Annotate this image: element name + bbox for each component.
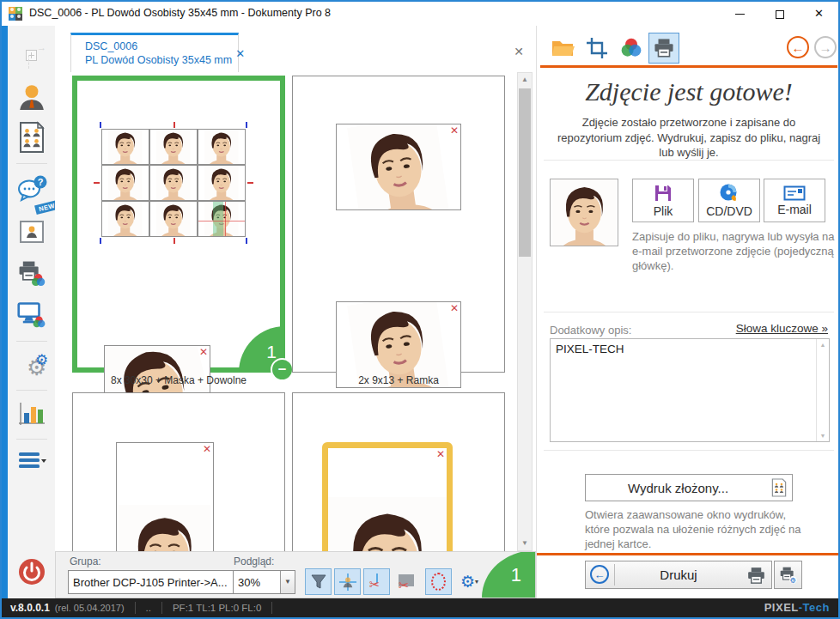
print-mode-button[interactable]	[648, 33, 679, 64]
cut-enabled-button[interactable]: ✂	[363, 568, 390, 595]
highlight-band	[213, 201, 223, 237]
app-icon-tile	[9, 7, 15, 14]
caret-down-icon: ▾	[475, 578, 478, 586]
print-settings-button[interactable]: ⚙	[774, 561, 802, 589]
remove-photo-icon[interactable]: ✕	[450, 124, 459, 137]
textarea-scrollbar[interactable]: ▲ ▼	[816, 339, 829, 441]
funnel-icon	[310, 573, 327, 591]
minimize-button[interactable]	[721, 2, 759, 26]
preview-settings-button[interactable]: ⚙ ▾	[456, 568, 483, 595]
save-hint-text: Zapisuje do pliku, nagrywa lub wysyła na…	[632, 230, 840, 274]
auto-crop-button[interactable]	[334, 568, 361, 595]
photo-cell	[198, 129, 246, 165]
printer-gear-icon: ⚙	[779, 566, 798, 585]
orange-divider	[537, 553, 840, 555]
print-page-selected[interactable]: ✕ PIXEL-TECH 1 –	[72, 76, 285, 373]
tab-dsc-0006[interactable]: DSC_0006 PL Dowód Osobisty 35x45 mm ✕	[70, 33, 239, 72]
dropdown-arrow-icon[interactable]: ▼	[280, 571, 295, 593]
cut-disabled-button[interactable]: ✂	[393, 568, 419, 595]
envelope-icon	[783, 185, 806, 202]
color-correction-button[interactable]	[616, 33, 647, 64]
scroll-down-icon[interactable]: ▼	[817, 433, 829, 439]
sidebar-item-menu[interactable]	[8, 445, 55, 479]
divider	[16, 341, 47, 342]
sidebar-item-exit[interactable]	[8, 557, 55, 586]
crosshair-line	[198, 221, 245, 222]
filter-button[interactable]	[305, 568, 332, 595]
remove-photo-icon[interactable]: ✕	[203, 443, 211, 455]
release-text: (rel. 05.04.2017)	[55, 603, 125, 613]
add-tab-icon[interactable]: →	[8, 38, 55, 72]
zoom-value: 30%	[234, 576, 280, 589]
sidebar-item-print-color[interactable]	[8, 253, 55, 294]
zoom-select[interactable]: 30% ▼	[233, 570, 295, 594]
photo-grid-3x3	[101, 129, 246, 237]
print-button-label: Drukuj	[660, 567, 697, 582]
back-arrow-icon: ←	[594, 568, 606, 581]
sidebar-item-new-crop[interactable]: NEW	[8, 209, 55, 253]
scroll-down-icon[interactable]: ▼	[518, 537, 532, 550]
thumb2-label: 2x 9x13 + Ramka	[292, 374, 505, 386]
print-page[interactable]: ✕	[292, 392, 505, 551]
workspace-close-icon[interactable]: ✕	[514, 45, 524, 58]
scrollbar-thumb[interactable]	[519, 88, 531, 257]
person-icon	[17, 82, 46, 112]
sidebar-item-new-photo[interactable]	[8, 77, 55, 117]
divider	[135, 602, 136, 614]
sidebar-item-display-color[interactable]	[8, 294, 55, 336]
maximize-button[interactable]	[760, 2, 799, 26]
sidebar-item-settings[interactable]: ⚙ ⚙	[8, 347, 55, 385]
thumbnails-scrollbar[interactable]: ▲ ▼	[517, 72, 533, 551]
printer-color-icon	[17, 259, 46, 288]
tab-close-icon[interactable]: ✕	[235, 47, 245, 60]
status-bar: v.8.0.0.1 (rel. 05.04.2017) .. PF:1 TL:1…	[2, 598, 838, 617]
photo-cell	[101, 201, 149, 237]
app-window: DSC_0006 - PL Dowód Osobisty 35x45 mm - …	[0, 0, 840, 619]
crop-mark	[246, 238, 247, 244]
send-email-button[interactable]: E-mail	[764, 179, 825, 222]
crop-mark	[100, 122, 101, 128]
keywords-link[interactable]: Słowa kluczowe »	[736, 322, 828, 335]
print-page[interactable]: ✕ ✕	[292, 76, 505, 373]
sidebar-item-statistics[interactable]	[8, 396, 55, 434]
plus-square-icon	[26, 50, 37, 61]
back-circle-button[interactable]: ←	[590, 565, 609, 584]
print-page[interactable]: ✕	[72, 392, 285, 551]
description-textarea[interactable]: PIXEL-TECH ▲ ▼	[550, 338, 830, 442]
panel-title: Zdjęcie jest gotowe!	[537, 77, 840, 106]
version-text: v.8.0.0.1	[10, 602, 50, 614]
monitor-color-icon	[17, 300, 46, 330]
remove-photo-icon[interactable]: ✕	[199, 346, 208, 358]
divider	[614, 564, 615, 586]
divider	[544, 450, 834, 451]
window-title: DSC_0006 - PL Dowód Osobisty 35x45 mm - …	[29, 7, 331, 19]
printer-group-select[interactable]: Brother DCP-J105 Printer->A... ▼	[68, 570, 253, 594]
remove-photo-icon[interactable]: ✕	[450, 302, 459, 314]
print-button[interactable]: ← Drukuj	[585, 561, 772, 589]
close-button[interactable]: ✕	[800, 2, 838, 26]
photo-cell-highlighted	[198, 201, 246, 237]
gears-icon: ⚙ ⚙	[16, 351, 47, 380]
nav-back-button[interactable]: ←	[787, 36, 809, 58]
photo-cell	[101, 129, 149, 165]
burn-cd-button[interactable]: CD/DVD	[698, 179, 760, 222]
remove-photo-icon[interactable]: ✕	[436, 448, 445, 460]
save-file-button[interactable]: Plik	[632, 179, 694, 222]
help-chat-icon: ?	[16, 174, 47, 203]
svg-text:✂: ✂	[369, 577, 380, 592]
crop-tool-button[interactable]	[581, 33, 612, 64]
group-label: Grupa:	[70, 555, 101, 567]
scroll-up-icon[interactable]: ▲	[817, 342, 829, 348]
photo-cell	[149, 201, 198, 237]
nav-forward-button[interactable]: →	[814, 36, 837, 58]
photo-cell	[101, 165, 149, 201]
open-file-button[interactable]	[547, 33, 578, 64]
sidebar-item-print-layouts[interactable]	[8, 117, 55, 158]
mask-ellipse-button[interactable]	[425, 568, 452, 595]
processed-photo-thumbnail	[550, 179, 618, 246]
printer-group-value: Brother DCP-J105 Printer->A...	[69, 576, 238, 589]
divider	[544, 312, 834, 313]
app-icon-tile	[9, 14, 15, 21]
scroll-up-icon[interactable]: ▲	[518, 73, 532, 87]
composite-print-button[interactable]: Wydruk złożony...	[585, 474, 793, 501]
